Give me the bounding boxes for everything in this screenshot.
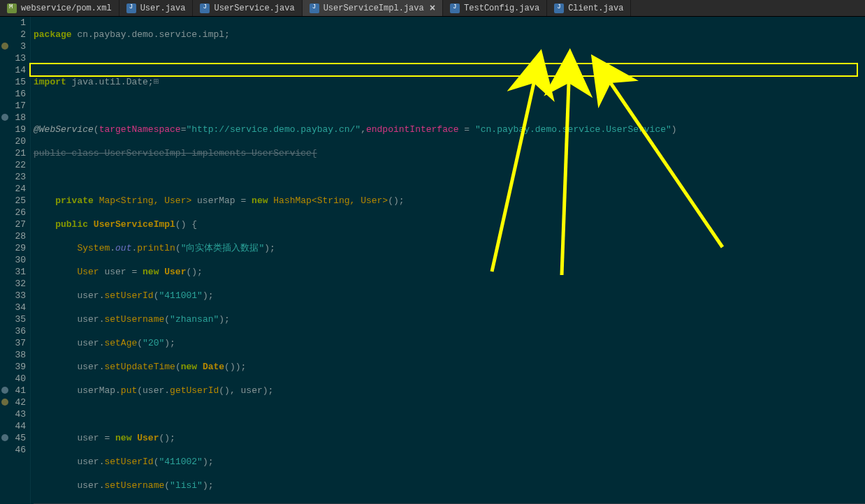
code-line-annotated[interactable]: @WebService(targetNamespace="http://serv…: [34, 124, 865, 135]
gutter-marker-icon: [1, 114, 8, 121]
code-area[interactable]: package cn.paybay.demo.service.impl; imp…: [31, 17, 865, 504]
line-number: 40: [0, 373, 26, 385]
java-icon: [200, 3, 210, 13]
line-number: 30: [0, 254, 26, 266]
line-number: 27: [0, 218, 26, 230]
tab-label: UserService.java: [214, 3, 294, 13]
line-number: 16: [0, 88, 26, 100]
tab-label: TestConfig.java: [464, 3, 539, 13]
line-number: 1: [0, 17, 26, 29]
line-number: 32: [0, 278, 26, 290]
tab-user-java[interactable]: User.java: [119, 0, 194, 16]
line-number: 13: [0, 52, 26, 64]
line-number: 43: [0, 408, 26, 420]
code-line[interactable]: user.setUsername("zhansan");: [34, 313, 865, 325]
line-number: 46: [0, 444, 26, 456]
line-number: 2: [0, 29, 26, 40]
code-line[interactable]: public UserServiceImpl() {: [34, 218, 865, 230]
line-number: 28: [0, 230, 26, 242]
editor-tabs: webservice/pom.xml User.java UserService…: [0, 0, 865, 17]
xml-icon: [7, 3, 17, 13]
close-icon[interactable]: ×: [430, 3, 435, 14]
java-icon: [450, 3, 460, 13]
java-icon: [554, 3, 564, 13]
tab-userservice-java[interactable]: UserService.java: [193, 0, 302, 16]
code-line[interactable]: import java.util.Date;⊞: [34, 76, 865, 88]
code-line[interactable]: user.setUserId("411001");: [34, 290, 865, 302]
line-number: 3: [0, 40, 26, 52]
line-number: 15: [0, 76, 26, 88]
code-line[interactable]: user.setUsername("lisi");: [34, 480, 865, 491]
line-number: 41: [0, 385, 26, 396]
line-number: 20: [0, 135, 26, 147]
tab-label: UserServiceImpl.java: [324, 3, 424, 13]
code-line[interactable]: user.setUserId("411002");: [34, 456, 865, 468]
code-line[interactable]: user.setUpdateTime(new Date());: [34, 361, 865, 373]
line-number: 18: [0, 112, 26, 124]
line-number: 34: [0, 302, 26, 313]
tab-pom-xml[interactable]: webservice/pom.xml: [0, 0, 119, 16]
code-line[interactable]: package cn.paybay.demo.service.impl;: [34, 29, 865, 40]
line-number: 21: [0, 147, 26, 159]
line-number: 45: [0, 432, 26, 444]
fold-marker-icon[interactable]: [1, 43, 8, 50]
code-line[interactable]: user = new User();: [34, 432, 865, 444]
code-line[interactable]: [34, 171, 865, 183]
tab-client-java[interactable]: Client.java: [547, 0, 631, 16]
line-number: 25: [0, 195, 26, 207]
code-line[interactable]: [34, 408, 865, 420]
code-line[interactable]: System.out.println("向实体类插入数据");: [34, 242, 865, 254]
code-editor[interactable]: 1 2 3 13 14 15 16 17 18 19 20 21 22 23 2…: [0, 17, 865, 504]
line-number: 31: [0, 266, 26, 278]
line-number: 29: [0, 242, 26, 254]
gutter-marker-icon: [1, 434, 8, 441]
line-number-gutter: 1 2 3 13 14 15 16 17 18 19 20 21 22 23 2…: [0, 17, 31, 504]
tab-userserviceimpl-java[interactable]: UserServiceImpl.java×: [303, 0, 443, 16]
tab-label: Client.java: [568, 3, 623, 13]
java-icon: [310, 3, 319, 13]
code-line[interactable]: [34, 100, 865, 112]
annotation-arrows: [31, 17, 865, 504]
gutter-marker-icon: [1, 399, 8, 406]
line-number: 38: [0, 349, 26, 361]
line-number: 42: [0, 396, 26, 408]
line-number: 39: [0, 361, 26, 373]
line-number: 37: [0, 337, 26, 349]
tab-label: User.java: [140, 3, 186, 13]
line-number: 35: [0, 313, 26, 325]
tab-testconfig-java[interactable]: TestConfig.java: [443, 0, 547, 16]
line-number: 14: [0, 64, 26, 76]
line-number: 36: [0, 325, 26, 337]
java-icon: [126, 3, 136, 13]
code-line[interactable]: User user = new User();: [34, 266, 865, 278]
code-line[interactable]: private Map<String, User> userMap = new …: [34, 195, 865, 207]
line-number: 17: [0, 100, 26, 112]
gutter-marker-icon: [1, 387, 8, 394]
line-number: 19: [0, 124, 26, 135]
code-line[interactable]: userMap.put(user.getUserId(), user);: [34, 385, 865, 396]
line-number: 23: [0, 171, 26, 183]
line-number: 44: [0, 420, 26, 432]
tab-label: webservice/pom.xml: [21, 3, 112, 13]
code-line[interactable]: user.setAge("20");: [34, 337, 865, 349]
annotation-highlight-box: [29, 63, 858, 77]
line-number: 33: [0, 290, 26, 302]
line-number: 22: [0, 159, 26, 171]
code-line[interactable]: public class UserServiceImpl implements …: [34, 147, 865, 159]
line-number: 24: [0, 183, 26, 195]
code-line[interactable]: [34, 52, 865, 64]
line-number: 26: [0, 207, 26, 218]
